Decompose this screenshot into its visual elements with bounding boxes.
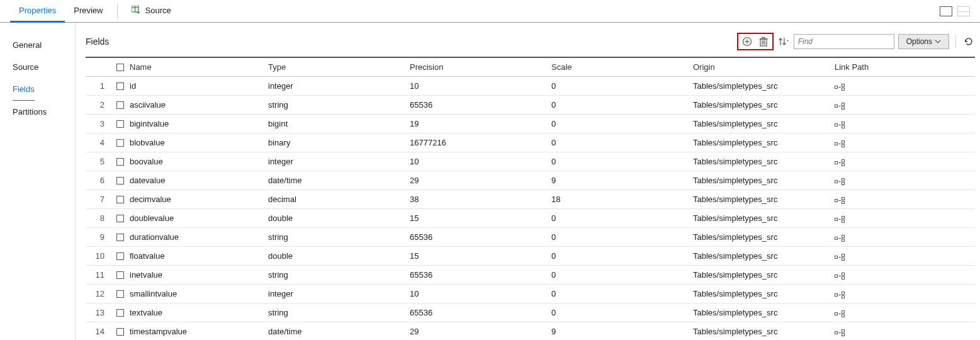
view-single-icon[interactable] bbox=[940, 6, 952, 16]
sort-button[interactable] bbox=[777, 35, 790, 48]
link-path-icon[interactable] bbox=[835, 178, 845, 185]
link-path-icon[interactable] bbox=[835, 273, 845, 280]
table-row[interactable]: 2asciivaluestring655360Tables/simpletype… bbox=[86, 96, 975, 115]
cell-linkpath[interactable] bbox=[835, 176, 975, 185]
link-path-icon[interactable] bbox=[835, 159, 845, 166]
row-check[interactable] bbox=[111, 215, 130, 222]
cell-linkpath[interactable] bbox=[835, 138, 975, 147]
cell-linkpath[interactable] bbox=[835, 251, 975, 261]
checkbox[interactable] bbox=[116, 101, 124, 109]
table-row[interactable]: 11inetvaluestring655360Tables/simpletype… bbox=[86, 266, 975, 285]
link-path-icon[interactable] bbox=[835, 140, 845, 147]
link-path-icon[interactable] bbox=[835, 197, 845, 204]
row-number: 9 bbox=[86, 232, 111, 242]
row-check[interactable] bbox=[111, 309, 130, 317]
col-header-linkpath[interactable]: Link Path bbox=[835, 62, 975, 72]
sidetab-source[interactable]: Source bbox=[13, 56, 75, 78]
checkbox[interactable] bbox=[116, 82, 124, 90]
tab-source[interactable]: Source bbox=[123, 0, 180, 23]
table-row[interactable]: 10floatvaluedouble150Tables/simpletypes_… bbox=[86, 247, 975, 266]
cell-origin: Tables/simpletypes_src bbox=[693, 176, 835, 185]
link-path-icon[interactable] bbox=[835, 292, 845, 298]
link-path-icon[interactable] bbox=[835, 254, 845, 261]
link-path-icon[interactable] bbox=[835, 216, 845, 223]
checkbox[interactable] bbox=[116, 328, 124, 336]
table-row[interactable]: 12smallintvalueinteger100Tables/simplety… bbox=[86, 285, 975, 303]
col-header-precision[interactable]: Precision bbox=[410, 62, 551, 72]
row-check[interactable] bbox=[111, 101, 130, 109]
table-row[interactable]: 8doublevaluedouble150Tables/simpletypes_… bbox=[86, 209, 975, 228]
sidetab-fields[interactable]: Fields bbox=[13, 78, 35, 101]
tab-properties[interactable]: Properties bbox=[10, 0, 65, 23]
col-header-name[interactable]: Name bbox=[130, 62, 268, 72]
checkbox[interactable] bbox=[116, 309, 124, 317]
tab-preview[interactable]: Preview bbox=[65, 0, 111, 23]
table-row[interactable]: 3bigintvaluebigint190Tables/simpletypes_… bbox=[86, 115, 975, 133]
refresh-button[interactable] bbox=[962, 35, 975, 48]
link-path-icon[interactable] bbox=[835, 329, 845, 336]
cell-linkpath[interactable] bbox=[835, 195, 975, 204]
table-row[interactable]: 14timestampvaluedate/time299Tables/simpl… bbox=[86, 322, 975, 340]
cell-type: decimal bbox=[268, 195, 410, 204]
link-path-icon[interactable] bbox=[835, 103, 845, 110]
checkbox[interactable] bbox=[116, 177, 124, 184]
col-header-scale[interactable]: Scale bbox=[551, 62, 693, 72]
table-row[interactable]: 7decimvaluedecimal3818Tables/simpletypes… bbox=[86, 190, 975, 209]
add-field-button[interactable] bbox=[741, 35, 753, 48]
table-row[interactable]: 6datevaluedate/time299Tables/simpletypes… bbox=[86, 171, 975, 190]
row-check[interactable] bbox=[111, 196, 130, 203]
cell-linkpath[interactable] bbox=[835, 119, 975, 128]
table-row[interactable]: 13textvaluestring655360Tables/simpletype… bbox=[86, 303, 975, 322]
link-path-icon[interactable] bbox=[835, 310, 845, 317]
col-header-origin[interactable]: Origin bbox=[693, 62, 835, 72]
cell-name: asciivalue bbox=[130, 100, 268, 110]
row-check[interactable] bbox=[111, 271, 130, 279]
cell-linkpath[interactable] bbox=[835, 213, 975, 223]
toolbar-separator bbox=[955, 35, 956, 48]
row-number: 12 bbox=[86, 289, 111, 298]
checkbox[interactable] bbox=[116, 271, 124, 279]
cell-linkpath[interactable] bbox=[835, 289, 975, 298]
row-check[interactable] bbox=[111, 177, 130, 184]
table-row[interactable]: 5boovalueinteger100Tables/simpletypes_sr… bbox=[86, 152, 975, 171]
cell-linkpath[interactable] bbox=[835, 327, 975, 336]
checkbox[interactable] bbox=[116, 120, 124, 128]
sidetab-partitions[interactable]: Partitions bbox=[13, 101, 75, 123]
row-check[interactable] bbox=[111, 234, 130, 241]
row-check[interactable] bbox=[111, 120, 130, 128]
options-button[interactable]: Options bbox=[898, 34, 949, 49]
row-check[interactable] bbox=[111, 328, 130, 336]
checkbox-all[interactable] bbox=[116, 64, 124, 71]
delete-field-button[interactable] bbox=[757, 35, 770, 48]
checkbox[interactable] bbox=[116, 290, 124, 298]
find-input[interactable] bbox=[794, 34, 894, 49]
sidetab-general[interactable]: General bbox=[13, 34, 75, 56]
checkbox[interactable] bbox=[116, 252, 124, 260]
cell-linkpath[interactable] bbox=[835, 157, 975, 166]
cell-linkpath[interactable] bbox=[835, 270, 975, 280]
cell-linkpath[interactable] bbox=[835, 232, 975, 242]
table-row[interactable]: 4blobvaluebinary167772160Tables/simplety… bbox=[86, 133, 975, 152]
row-check[interactable] bbox=[111, 82, 130, 90]
link-path-icon[interactable] bbox=[835, 84, 845, 91]
checkbox[interactable] bbox=[116, 196, 124, 203]
row-check[interactable] bbox=[111, 158, 130, 166]
cell-linkpath[interactable] bbox=[835, 308, 975, 317]
checkbox[interactable] bbox=[116, 139, 124, 147]
checkbox[interactable] bbox=[116, 234, 124, 241]
cell-linkpath[interactable] bbox=[835, 100, 975, 110]
view-split-icon[interactable] bbox=[957, 6, 970, 16]
row-check[interactable] bbox=[111, 252, 130, 260]
row-check[interactable] bbox=[111, 290, 130, 298]
col-header-type[interactable]: Type bbox=[268, 62, 410, 72]
table-row[interactable]: 1idinteger100Tables/simpletypes_src bbox=[86, 77, 975, 96]
link-path-icon[interactable] bbox=[835, 235, 845, 242]
checkbox[interactable] bbox=[116, 158, 124, 166]
row-check[interactable] bbox=[111, 139, 130, 147]
table-row[interactable]: 9durationvaluestring655360Tables/simplet… bbox=[86, 228, 975, 247]
checkbox[interactable] bbox=[116, 215, 124, 222]
cell-linkpath[interactable] bbox=[835, 81, 975, 91]
link-path-icon[interactable] bbox=[835, 122, 845, 128]
col-header-check[interactable] bbox=[111, 64, 130, 71]
row-number: 11 bbox=[86, 270, 111, 280]
